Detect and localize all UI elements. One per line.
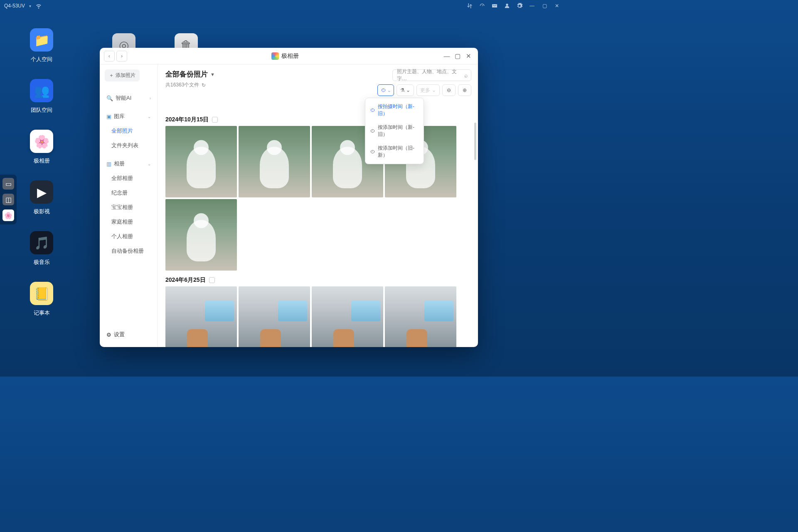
dock-label: 极影视 [34, 208, 50, 215]
content-area: 全部备份照片 ▼ 共16363个文件 ↻ 照片主题、人物、地点、文字… ⌕ ⏲ … [158, 64, 478, 347]
app-logo-icon [271, 52, 279, 60]
sidebar: ＋ 添加照片 🔍 智能AI › ▣ 图库 ⌄ 全部照片文件夹列表 ▥ 相册 ⌄ … [100, 64, 158, 347]
dock-item-5[interactable]: 📒记事本 [30, 282, 53, 317]
window-titlebar: ‹ › 极相册 — ▢ ✕ [100, 48, 478, 64]
scrollbar[interactable] [474, 123, 476, 160]
sidebar-section-album[interactable]: ▥ 相册 ⌄ [103, 156, 154, 171]
date-header: 2024年6月25日 [165, 276, 470, 284]
photos-window: ‹ › 极相册 — ▢ ✕ ＋ 添加照片 🔍 智能AI › ▣ 图库 ⌄ 全部照… [100, 48, 478, 347]
dock-label: 极相册 [34, 157, 50, 165]
sidebar-album-item-2[interactable]: 宝宝相册 [103, 200, 154, 215]
window-minimize-button[interactable]: — [441, 51, 452, 62]
sort-dropdown: ⏲按拍摄时间（新-旧）⏲按添加时间（新-旧）⏲按添加时间（旧-新） [365, 98, 424, 164]
mail-icon[interactable] [491, 2, 498, 9]
dock-item-0[interactable]: 📁个人空间 [30, 28, 53, 63]
clock-icon: ⏲ [370, 128, 375, 134]
more-button[interactable]: 更多 ⌄ [416, 84, 440, 96]
sort-option-1[interactable]: ⏲按添加时间（新-旧） [365, 121, 424, 141]
thumb-row [165, 286, 470, 347]
clock-icon: ⏲ [370, 149, 375, 155]
refresh-icon[interactable]: ↻ [202, 82, 206, 88]
window-maximize-button[interactable]: ▢ [452, 51, 463, 62]
filter-button[interactable]: ⚗ ⌄ [397, 84, 414, 96]
photo-thumb[interactable] [165, 286, 237, 347]
window-title: 极相册 [129, 52, 441, 60]
date-checkbox[interactable] [209, 277, 215, 283]
dock-icon: ▶ [30, 180, 53, 204]
close-icon[interactable]: ✕ [554, 2, 560, 9]
chevron-down-icon: ⌄ [148, 114, 151, 119]
gear-icon: ⚙ [106, 332, 111, 338]
album-icon: ▥ [106, 161, 111, 167]
sidebar-album-item-4[interactable]: 个人相册 [103, 229, 154, 244]
user-icon[interactable] [504, 2, 510, 9]
transfer-icon[interactable] [466, 2, 473, 9]
sidebar-section-gallery[interactable]: ▣ 图库 ⌄ [103, 109, 154, 124]
dock-label: 记事本 [34, 309, 50, 317]
thumb-row [165, 126, 470, 271]
photo-thumb[interactable] [312, 286, 383, 347]
dock-label: 极音乐 [34, 259, 50, 266]
speed-icon[interactable] [479, 2, 485, 9]
photo-grid[interactable]: 2024年10月15日2024年6月25日 [158, 110, 478, 347]
dock-label: 团队空间 [31, 106, 52, 114]
chevron-down-icon[interactable]: ▾ [29, 4, 31, 8]
dock-icon: 👥 [30, 79, 53, 102]
date-label: 2024年10月15日 [165, 116, 209, 123]
photo-thumb[interactable] [239, 286, 310, 347]
gear-icon[interactable] [516, 2, 523, 9]
window-close-button[interactable]: ✕ [463, 51, 474, 62]
chevron-right-icon: › [150, 96, 151, 101]
date-label: 2024年6月25日 [165, 276, 206, 284]
sidebar-album-item-3[interactable]: 家庭相册 [103, 215, 154, 229]
chevron-down-icon: ⌄ [148, 162, 151, 166]
dock: 📁个人空间👥团队空间🌸极相册▶极影视🎵极音乐📒记事本 [0, 12, 83, 377]
device-name[interactable]: Q4-53UV [4, 3, 25, 9]
sidebar-album-item-1[interactable]: 纪念册 [103, 186, 154, 200]
photo-thumb[interactable] [239, 126, 310, 197]
chevron-down-icon: ▼ [210, 72, 215, 77]
dock-item-4[interactable]: 🎵极音乐 [30, 231, 53, 266]
zoom-out-button[interactable]: ⊖ [442, 84, 456, 96]
dock-icon: 🎵 [30, 231, 53, 254]
minimize-icon[interactable]: — [529, 2, 535, 9]
dock-icon: 📁 [30, 28, 53, 52]
dock-icon: 🌸 [30, 130, 53, 153]
zoom-in-button[interactable]: ⊕ [458, 84, 471, 96]
photo-thumb[interactable] [385, 286, 456, 347]
add-photo-button[interactable]: ＋ 添加照片 [105, 69, 140, 81]
sidebar-gallery-item-0[interactable]: 全部照片 [103, 124, 154, 138]
sort-button[interactable]: ⏲ ⌄ [377, 84, 394, 96]
sidebar-album-item-5[interactable]: 自动备份相册 [103, 244, 154, 259]
dock-icon: 📒 [30, 282, 53, 305]
search-placeholder: 照片主题、人物、地点、文字… [397, 68, 459, 82]
search-input[interactable]: 照片主题、人物、地点、文字… ⌕ [392, 69, 471, 81]
ai-icon: 🔍 [106, 95, 113, 101]
clock-icon: ⏲ [370, 107, 375, 113]
nav-back-button[interactable]: ‹ [104, 51, 115, 62]
sidebar-settings[interactable]: ⚙ 设置 [103, 327, 154, 342]
dock-item-3[interactable]: ▶极影视 [30, 180, 53, 215]
maximize-icon[interactable]: ▢ [541, 2, 548, 9]
sidebar-album-item-0[interactable]: 全部相册 [103, 171, 154, 186]
system-topbar: Q4-53UV ▾ — ▢ ✕ [0, 0, 564, 12]
dock-item-1[interactable]: 👥团队空间 [30, 79, 53, 114]
photo-thumb[interactable] [165, 126, 237, 197]
date-checkbox[interactable] [212, 117, 218, 123]
photo-thumb[interactable] [165, 199, 237, 271]
gallery-icon: ▣ [106, 113, 111, 120]
sort-option-0[interactable]: ⏲按拍摄时间（新-旧） [365, 100, 424, 121]
search-icon: ⌕ [464, 72, 468, 79]
dock-label: 个人空间 [31, 56, 52, 63]
date-header: 2024年10月15日 [165, 116, 470, 123]
wifi-icon[interactable] [35, 2, 42, 9]
sidebar-section-ai[interactable]: 🔍 智能AI › [103, 91, 154, 106]
sidebar-gallery-item-1[interactable]: 文件夹列表 [103, 138, 154, 153]
nav-forward-button[interactable]: › [116, 51, 127, 62]
sort-option-2[interactable]: ⏲按添加时间（旧-新） [365, 141, 424, 162]
dock-item-2[interactable]: 🌸极相册 [30, 130, 53, 165]
